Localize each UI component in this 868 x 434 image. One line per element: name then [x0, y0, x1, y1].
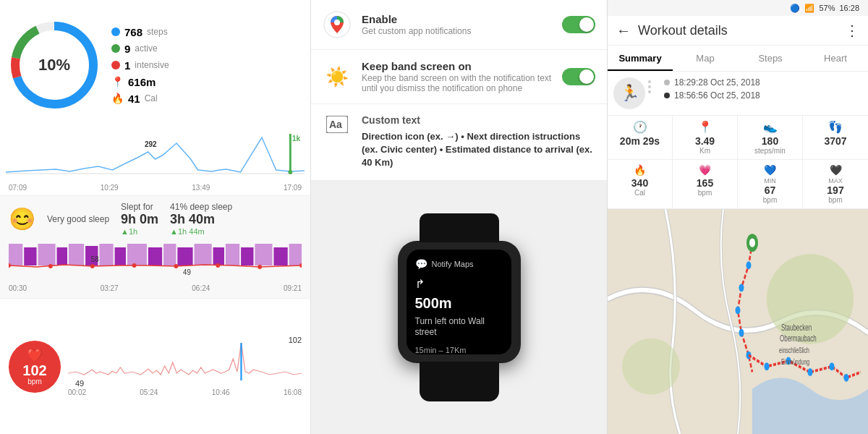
active-label: active	[135, 43, 157, 54]
keep-screen-subtitle: Keep the band screen on with the notific…	[362, 73, 552, 93]
svg-text:Staubecken: Staubecken	[781, 323, 812, 332]
deep-sleep-block: 41% deep sleep 3h 40m ▲1h 44m	[170, 202, 232, 236]
active-stat: 9 active	[111, 43, 169, 55]
svg-point-53	[830, 362, 835, 370]
watch-instruction: Turn left onto Wall street	[415, 316, 503, 339]
svg-text:Einmündung: Einmündung	[781, 357, 809, 366]
duration-value: 20m 29s	[610, 135, 669, 147]
svg-rect-19	[195, 244, 212, 265]
svg-point-50	[765, 362, 770, 370]
watch-eta: 15min – 17Km	[415, 346, 503, 354]
sleep-time-3: 06:24	[192, 284, 210, 292]
sleep-section: 😊 Very good sleep Slept for 9h 0m ▲1h 41…	[0, 195, 310, 298]
wifi-icon: 📶	[804, 4, 814, 13]
svg-rect-9	[38, 244, 56, 265]
svg-point-6	[288, 170, 292, 174]
workout-header: ← Workout details ⋮	[608, 16, 868, 46]
svg-rect-14	[115, 247, 126, 265]
activity-percent: 10%	[38, 56, 70, 74]
min-hr-prefix: MIN	[741, 177, 799, 184]
clock: 16:28	[839, 4, 859, 12]
sleep-quality-label: Very good sleep	[47, 214, 109, 224]
svg-rect-18	[177, 247, 192, 265]
intensive-label: intensive	[135, 60, 169, 70]
calories-label: Cal	[145, 93, 158, 103]
tab-heart[interactable]: Heart	[803, 46, 868, 71]
svg-text:Obermaubach: Obermaubach	[780, 334, 817, 344]
start-time: 18:29:28 Oct 25, 2018	[674, 77, 760, 88]
heart-icon: ❤️	[27, 347, 43, 363]
svg-point-54	[844, 374, 849, 382]
start-dot	[664, 80, 670, 85]
workout-tabs: Summary Map Steps Heart	[608, 46, 868, 72]
active-dot	[111, 44, 120, 53]
metric-duration: 🕐 20m 29s	[608, 116, 673, 159]
tab-map[interactable]: Map	[673, 46, 738, 71]
run-icon: 🏃	[613, 77, 645, 109]
heart-peak-label: 102	[289, 336, 302, 344]
custom-text-title: Custom text	[362, 114, 595, 126]
slept-label: Slept for	[121, 202, 158, 212]
steps-stat: 768 steps	[111, 26, 169, 38]
back-button[interactable]: ←	[616, 22, 631, 39]
deep-label: 41% deep sleep	[170, 202, 232, 212]
heart-time-4: 16:08	[284, 388, 302, 396]
left-panel: 10% 768 steps 9 active 1 intensive 📍 616…	[0, 0, 311, 434]
tab-steps[interactable]: Steps	[738, 46, 803, 71]
enable-notif-title: Enable	[362, 13, 552, 25]
svg-point-32	[258, 265, 262, 269]
min-hr-icon: 💙	[741, 164, 799, 176]
sun-icon: ☀️	[323, 62, 352, 91]
keep-screen-toggle[interactable]	[562, 68, 595, 85]
svg-point-43	[622, 339, 680, 395]
watch-distance: 500m	[415, 295, 503, 312]
svg-point-47	[736, 307, 741, 315]
steps-value: 768	[124, 26, 142, 38]
workout-metrics-row1: 🕐 20m 29s 📍 3.49 Km 👟 180 steps/min 👣 37…	[608, 115, 868, 160]
custom-text-section: Aa Custom text Direction icon (ex. →) • …	[311, 104, 607, 181]
max-hr-icon: 🖤	[806, 164, 865, 176]
status-bar: 🔵 📶 57% 16:28	[608, 0, 868, 16]
workout-title: Workout details	[638, 23, 838, 38]
svg-rect-24	[273, 247, 287, 265]
activity-stats: 768 steps 9 active 1 intensive 📍 616m 🔥 …	[111, 26, 169, 105]
step-chart-labels: 07:09 10:29 13:49 17:09	[6, 184, 305, 192]
metric-avg-hr: 💗 165 bpm	[673, 160, 738, 208]
more-button[interactable]: ⋮	[845, 22, 859, 39]
custom-text-content: Custom text Direction icon (ex. →) • Nex…	[362, 114, 595, 170]
metric-steps: 👣 3707	[803, 116, 868, 159]
duration-icon: 🕐	[610, 120, 669, 134]
time-label-4: 17:09	[284, 184, 302, 192]
avg-hr-unit: bpm	[676, 189, 734, 197]
enable-notif-content: Enable Get custom app notifications	[362, 13, 552, 36]
deep-change: ▲1h 44m	[170, 227, 232, 236]
tab-summary[interactable]: Summary	[608, 46, 673, 71]
heart-badge: ❤️ 102 bpm	[9, 341, 61, 393]
svg-rect-11	[69, 244, 84, 265]
sleep-bar-chart: 58 49	[9, 240, 302, 283]
custom-text-body: Direction icon (ex. →) • Next direction …	[362, 130, 595, 170]
cadence-icon: 👟	[741, 120, 799, 134]
max-hr-value: 197	[806, 184, 865, 196]
step-peak2-label: 1k	[292, 135, 300, 142]
donut-chart: 10%	[7, 18, 101, 112]
keep-screen-notification-item: ☀️ Keep band screen on Keep the band scr…	[311, 50, 607, 104]
enable-toggle[interactable]	[562, 16, 595, 33]
svg-point-31	[216, 263, 220, 268]
deep-value: 3h 40m	[170, 212, 232, 227]
slept-value: 9h 0m	[121, 212, 158, 227]
svg-point-30	[174, 264, 179, 268]
time-label-2: 10:29	[101, 184, 119, 192]
svg-rect-13	[99, 244, 113, 265]
heart-bpm-value: 102	[22, 363, 46, 378]
svg-text:49: 49	[183, 268, 191, 276]
cadence-unit: steps/min	[741, 147, 799, 155]
sleep-time-1: 00:30	[9, 284, 27, 292]
distance-unit: Km	[676, 147, 734, 155]
active-value: 9	[124, 43, 130, 55]
fire-icon: 🔥	[111, 93, 124, 104]
calories-icon: 🔥	[610, 164, 669, 176]
metric-calories: 🔥 340 Cal	[608, 160, 673, 208]
calories-workout-value: 340	[610, 177, 669, 189]
svg-point-45	[746, 261, 752, 269]
